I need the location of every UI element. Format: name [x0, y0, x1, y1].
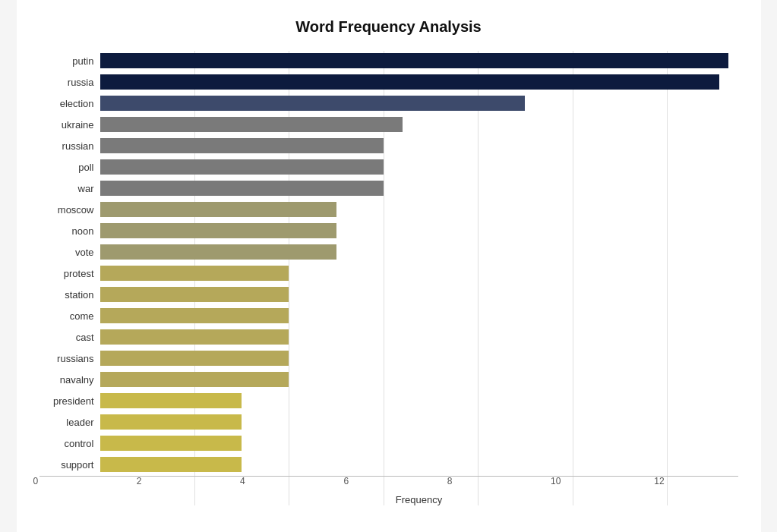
x-tick: 2: [137, 476, 142, 486]
chart-title: Word Frequency Analysis: [39, 18, 738, 36]
bar-label: russian: [39, 140, 100, 152]
bar-row: poll: [39, 157, 738, 177]
bar-fill: [100, 372, 289, 387]
bars-container: putinrussiaelectionukrainerussianpollwar…: [39, 51, 738, 476]
bar-fill: [100, 436, 242, 451]
bar-label: russians: [39, 353, 100, 364]
bar-fill: [100, 117, 403, 132]
bar-track: [100, 159, 738, 175]
bar-row: russia: [39, 72, 738, 92]
bar-row: come: [39, 306, 738, 326]
bar-label: president: [39, 395, 100, 407]
bar-track: [100, 436, 738, 451]
bar-track: [100, 74, 738, 90]
bar-label: come: [39, 310, 100, 322]
bar-fill: [100, 329, 289, 345]
bar-row: vote: [39, 242, 738, 262]
bar-fill: [100, 202, 336, 217]
x-tick: 6: [343, 476, 349, 486]
bar-fill: [100, 159, 384, 175]
bar-row: control: [39, 433, 738, 453]
bar-label: moscow: [39, 204, 100, 216]
x-axis-ticks: 024681012: [39, 476, 738, 491]
bar-label: war: [39, 183, 100, 194]
bar-row: russians: [39, 348, 738, 368]
x-tick: 4: [240, 476, 245, 486]
bar-row: putin: [39, 51, 738, 71]
bar-track: [100, 53, 738, 68]
bar-row: president: [39, 391, 738, 411]
bar-label: ukraine: [39, 119, 100, 131]
bar-label: protest: [39, 268, 100, 279]
x-tick: 10: [551, 476, 561, 486]
bar-fill: [100, 181, 384, 196]
bar-track: [100, 244, 738, 260]
bar-fill: [100, 287, 289, 302]
bar-label: control: [39, 438, 100, 449]
bar-fill: [100, 414, 242, 430]
bar-track: [100, 96, 738, 111]
bar-row: support: [39, 455, 738, 474]
bar-fill: [100, 244, 336, 260]
bar-track: [100, 393, 738, 408]
x-axis-label: Frequency: [39, 494, 738, 505]
bar-fill: [100, 96, 526, 111]
bar-track: [100, 266, 738, 281]
x-tick: 0: [33, 476, 39, 486]
x-tick: 12: [654, 476, 664, 486]
bar-label: poll: [39, 162, 100, 173]
bar-track: [100, 202, 738, 217]
bar-fill: [100, 457, 242, 472]
bar-row: station: [39, 285, 738, 304]
bar-fill: [100, 74, 719, 90]
bar-label: putin: [39, 55, 100, 67]
bar-label: cast: [39, 332, 100, 343]
bar-track: [100, 457, 738, 472]
bar-row: russian: [39, 136, 738, 156]
bar-label: noon: [39, 225, 100, 237]
bar-fill: [100, 308, 289, 323]
bar-fill: [100, 393, 242, 408]
bar-row: noon: [39, 221, 738, 241]
chart-container: Word Frequency Analysis putinrussiaelect…: [17, 0, 761, 532]
bar-label: election: [39, 98, 100, 109]
bar-fill: [100, 53, 729, 68]
bar-label: station: [39, 289, 100, 301]
bar-row: protest: [39, 263, 738, 283]
bar-row: cast: [39, 327, 738, 347]
bar-track: [100, 308, 738, 323]
bar-track: [100, 414, 738, 430]
bar-label: support: [39, 459, 100, 471]
bar-track: [100, 329, 738, 345]
bar-row: navalny: [39, 370, 738, 389]
chart-area: putinrussiaelectionukrainerussianpollwar…: [39, 51, 738, 505]
bar-track: [100, 138, 738, 153]
bar-row: war: [39, 178, 738, 198]
bar-fill: [100, 351, 289, 366]
bar-track: [100, 117, 738, 132]
bar-label: leader: [39, 417, 100, 428]
bar-fill: [100, 266, 289, 281]
bar-track: [100, 181, 738, 196]
bar-track: [100, 372, 738, 387]
bar-label: vote: [39, 247, 100, 258]
bar-row: leader: [39, 412, 738, 432]
bar-row: election: [39, 93, 738, 113]
bar-label: navalny: [39, 374, 100, 386]
bar-track: [100, 223, 738, 238]
bar-fill: [100, 138, 384, 153]
bar-track: [100, 287, 738, 302]
bar-track: [100, 351, 738, 366]
bar-row: ukraine: [39, 115, 738, 134]
x-tick: 8: [447, 476, 453, 486]
bar-row: moscow: [39, 200, 738, 219]
bar-label: russia: [39, 77, 100, 88]
bar-fill: [100, 223, 336, 238]
